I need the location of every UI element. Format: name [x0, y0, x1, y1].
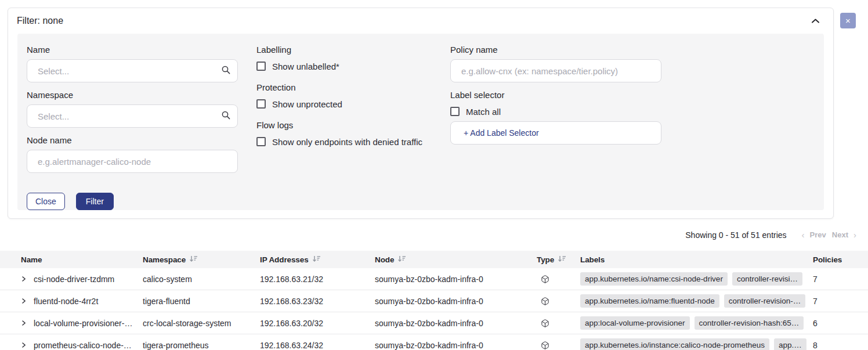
ip-cell: 192.168.63.20/32	[260, 319, 375, 328]
workload-cube-icon	[541, 319, 580, 328]
filter-panel: Filter: none Name Namespace	[8, 8, 834, 219]
name-select-input[interactable]	[27, 59, 238, 82]
close-icon: ×	[845, 16, 851, 25]
column-header-label: Labels	[580, 255, 605, 264]
sort-icon[interactable]	[312, 255, 320, 264]
node-cell: soumya-bz-0zbo-kadm-infra-0	[375, 275, 537, 284]
column-header-label: Name	[21, 255, 42, 264]
table-row[interactable]: fluentd-node-4rr2t tigera-fluentd 192.16…	[0, 290, 868, 312]
namespace-cell: tigera-prometheus	[143, 341, 260, 350]
show-unlabelled-row: Show unlabelled*	[256, 59, 450, 73]
labelling-section-label: Labelling	[256, 45, 450, 55]
sort-icon[interactable]	[558, 255, 566, 264]
column-header-label: IP Addresses	[260, 255, 309, 264]
show-unprotected-checkbox[interactable]	[256, 99, 266, 109]
node-cell: soumya-bz-0zbo-kadm-infra-0	[375, 319, 537, 328]
policy-name-field	[450, 59, 661, 82]
endpoint-name: prometheus-calico-node-…	[34, 341, 132, 350]
prev-page-button[interactable]: Prev	[807, 230, 829, 239]
filter-column-right: Policy name Label selector Match all + A…	[450, 45, 661, 199]
expand-row-chevron-icon[interactable]	[21, 320, 27, 326]
filter-button[interactable]: Filter	[76, 193, 114, 210]
search-icon[interactable]	[221, 65, 231, 77]
denied-traffic-row: Show only endpoints with denied traffic	[256, 135, 450, 149]
table-row[interactable]: prometheus-calico-node-… tigera-promethe…	[0, 334, 868, 350]
show-unlabelled-checkbox[interactable]	[256, 62, 266, 71]
ip-cell: 192.168.63.24/32	[260, 341, 375, 350]
next-page-button[interactable]: Next	[829, 230, 851, 239]
column-header-label: Type	[537, 255, 554, 264]
protection-section-label: Protection	[256, 82, 450, 93]
label-chip: controller-revision-hash:65…	[695, 316, 804, 330]
expand-row-chevron-icon[interactable]	[21, 342, 27, 348]
label-chip: app.kubernetes.io/name:fluentd-node	[580, 294, 719, 308]
entries-summary: Showing 0 - 51 of 51 entries	[685, 230, 786, 240]
match-all-checkbox[interactable]	[450, 107, 460, 116]
label-chip: app:local-volume-provisioner	[580, 316, 690, 330]
node-cell: soumya-bz-0zbo-kadm-infra-0	[375, 341, 537, 350]
label-chip: app.…	[774, 338, 806, 350]
label-selector-section-label: Label selector	[450, 90, 661, 100]
namespace-cell: crc-local-storage-system	[143, 319, 260, 328]
filter-actions: Close Filter	[27, 193, 238, 210]
chevron-right-icon[interactable]: ›	[851, 230, 859, 240]
name-cell: local-volume-provisioner-…	[0, 319, 143, 328]
expand-row-chevron-icon[interactable]	[21, 298, 27, 304]
node-name-input[interactable]	[27, 150, 238, 173]
workload-cube-icon	[541, 297, 580, 306]
name-cell: prometheus-calico-node-…	[0, 341, 143, 350]
close-button[interactable]: Close	[27, 193, 65, 210]
label-chip: controller-revisi…	[732, 272, 802, 286]
ip-cell: 192.168.63.21/32	[260, 275, 375, 284]
column-header-type[interactable]: Type	[537, 255, 580, 264]
name-select	[27, 59, 238, 82]
collapse-panel-button[interactable]	[810, 16, 821, 27]
show-unprotected-label: Show unprotected	[272, 99, 342, 109]
denied-traffic-checkbox[interactable]	[256, 137, 266, 146]
search-icon[interactable]	[221, 110, 231, 122]
column-header-policies: Policies	[810, 255, 868, 264]
namespace-select	[27, 104, 238, 128]
labels-cell: app:local-volume-provisioner controller-…	[580, 316, 810, 330]
endpoint-name: fluentd-node-4rr2t	[34, 297, 98, 306]
policies-cell: 6	[810, 319, 868, 328]
name-field-label: Name	[27, 45, 238, 55]
sort-icon[interactable]	[189, 255, 197, 264]
sort-icon[interactable]	[397, 255, 406, 264]
endpoints-table: Name Namespace IP Addresses Node Type	[0, 251, 868, 350]
policy-name-input[interactable]	[450, 59, 661, 82]
column-header-ip-addresses[interactable]: IP Addresses	[260, 255, 375, 264]
match-all-label: Match all	[466, 107, 501, 117]
policies-cell: 8	[810, 341, 868, 350]
column-header-labels: Labels	[580, 255, 810, 264]
endpoint-name: csi-node-driver-tzdmm	[34, 275, 114, 284]
name-cell: fluentd-node-4rr2t	[0, 297, 143, 306]
label-chip: app.kubernetes.io/name:csi-node-driver	[580, 272, 728, 286]
labels-cell: app.kubernetes.io/instance:calico-node-p…	[580, 338, 810, 350]
column-header-node[interactable]: Node	[375, 255, 537, 264]
chevron-up-icon	[811, 17, 820, 26]
filter-column-middle: Labelling Show unlabelled* Protection Sh…	[256, 45, 450, 199]
ip-cell: 192.168.63.23/32	[260, 297, 375, 306]
expand-row-chevron-icon[interactable]	[21, 276, 27, 282]
column-header-name: Name	[0, 255, 143, 264]
table-row[interactable]: local-volume-provisioner-… crc-local-sto…	[0, 312, 868, 334]
denied-traffic-label: Show only endpoints with denied traffic	[272, 137, 422, 147]
flow-logs-section-label: Flow logs	[256, 120, 450, 131]
chevron-left-icon[interactable]: ‹	[800, 230, 807, 240]
node-name-field-label: Node name	[27, 135, 238, 146]
table-row[interactable]: csi-node-driver-tzdmm calico-system 192.…	[0, 268, 868, 290]
namespace-field-label: Namespace	[27, 90, 238, 100]
column-header-label: Namespace	[143, 255, 186, 264]
namespace-cell: calico-system	[143, 275, 260, 284]
show-unprotected-row: Show unprotected	[256, 97, 450, 111]
column-header-namespace[interactable]: Namespace	[143, 255, 260, 264]
labels-cell: app.kubernetes.io/name:csi-node-driver c…	[580, 272, 810, 286]
label-chip: controller-revision-…	[724, 294, 806, 308]
node-cell: soumya-bz-0zbo-kadm-infra-0	[375, 297, 537, 306]
add-label-selector-button[interactable]: + Add Label Selector	[450, 121, 661, 145]
namespace-select-input[interactable]	[27, 104, 238, 128]
workload-cube-icon	[541, 341, 580, 350]
dismiss-panel-button[interactable]: ×	[840, 13, 856, 28]
labels-cell: app.kubernetes.io/name:fluentd-node cont…	[580, 294, 810, 308]
